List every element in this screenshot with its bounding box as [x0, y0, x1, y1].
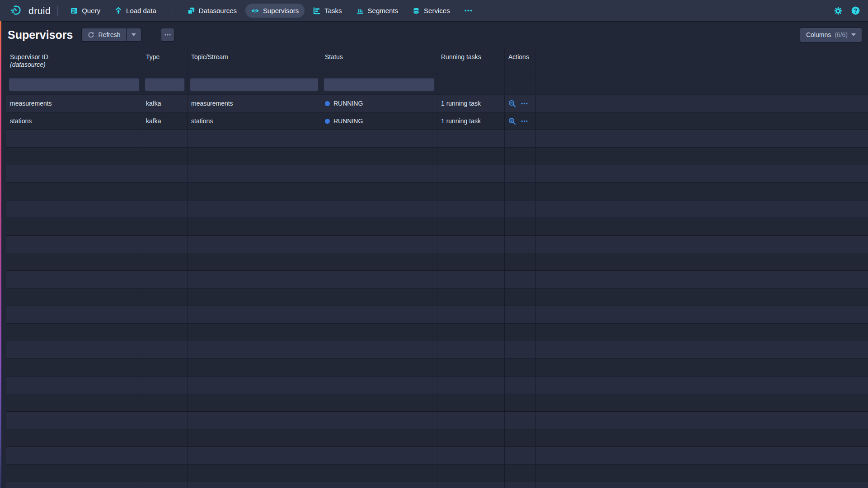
empty-cell: [321, 341, 437, 358]
cell-filler: [536, 112, 868, 130]
cell-supervisor-id: measurements: [6, 95, 142, 112]
page-title: Supervisors: [8, 28, 73, 42]
nav-item-load-data[interactable]: Load data: [109, 4, 162, 18]
empty-table-row: [6, 359, 868, 376]
empty-cell: [188, 183, 321, 200]
empty-cell: [142, 412, 188, 429]
empty-cell: [142, 359, 188, 376]
header-sublabel: (datasource): [10, 61, 138, 69]
inspect-supervisor-button[interactable]: [508, 117, 516, 125]
console-icon: [70, 7, 78, 14]
empty-cell: [536, 465, 868, 482]
empty-cell: [505, 218, 536, 235]
empty-table-row: [6, 482, 868, 488]
cell-actions: [505, 95, 536, 112]
empty-table-row: [6, 306, 868, 324]
refresh-button[interactable]: Refresh: [82, 28, 127, 41]
empty-cell: [142, 465, 188, 482]
druid-logo[interactable]: druid: [10, 5, 51, 17]
empty-cell: [536, 148, 868, 165]
empty-cell: [536, 288, 868, 306]
empty-cell: [188, 394, 321, 411]
empty-cell: [321, 218, 437, 235]
empty-cell: [6, 482, 142, 488]
header-running-tasks[interactable]: Running tasks: [437, 48, 505, 74]
eye-icon: [251, 8, 259, 14]
empty-cell: [437, 288, 505, 306]
empty-cell: [188, 218, 321, 235]
empty-cell: [536, 236, 868, 253]
empty-cell: [142, 148, 188, 165]
nav-item-tasks[interactable]: Tasks: [307, 4, 347, 18]
header-status[interactable]: Status: [321, 48, 437, 74]
refresh-label: Refresh: [99, 31, 121, 38]
row-actions-menu-button[interactable]: [521, 120, 528, 122]
header-label: Status: [325, 53, 433, 61]
empty-cell: [188, 165, 321, 182]
empty-cell: [6, 148, 142, 165]
columns-button[interactable]: Columns (6/6): [800, 28, 862, 42]
empty-cell: [188, 482, 321, 488]
empty-table-row: [6, 253, 868, 271]
empty-cell: [536, 306, 868, 323]
refresh-caret-button[interactable]: [127, 28, 141, 41]
database-icon: [413, 7, 420, 14]
nav-item-label: Supervisors: [263, 7, 299, 14]
help-button[interactable]: ?: [851, 6, 860, 15]
nav-items: Query Load data Datasources Supervisors: [65, 4, 478, 18]
empty-cell: [6, 465, 142, 482]
druid-logo-icon: [10, 5, 24, 17]
inspect-supervisor-button[interactable]: [508, 100, 516, 107]
filter-status-input[interactable]: [324, 78, 435, 91]
nav-item-segments[interactable]: Segments: [351, 4, 404, 18]
empty-cell: [437, 482, 505, 488]
empty-cell: [536, 359, 868, 376]
settings-button[interactable]: [834, 7, 842, 15]
nav-item-supervisors[interactable]: Supervisors: [245, 4, 305, 18]
nav-divider: [172, 6, 172, 16]
empty-cell: [321, 447, 437, 464]
filter-topic-stream-input[interactable]: [190, 78, 319, 91]
empty-table-row: [6, 447, 868, 465]
empty-cell: [505, 324, 536, 341]
header-topic-stream[interactable]: Topic/Stream: [188, 48, 321, 74]
empty-cell: [188, 253, 321, 270]
nav-item-services[interactable]: Services: [407, 4, 456, 18]
empty-cell: [321, 271, 437, 288]
empty-table-row: [6, 271, 868, 288]
nav-item-datasources[interactable]: Datasources: [182, 4, 243, 18]
empty-cell: [437, 218, 505, 235]
empty-cell: [437, 376, 505, 394]
filter-cell: [505, 74, 536, 94]
empty-cell: [437, 324, 505, 341]
nav-item-label: Services: [424, 7, 450, 14]
nav-item-query[interactable]: Query: [65, 4, 106, 18]
empty-cell: [437, 447, 505, 464]
more-icon: [521, 102, 528, 105]
empty-cell: [6, 130, 142, 147]
empty-cell: [188, 200, 321, 218]
row-actions-menu-button[interactable]: [521, 102, 528, 105]
empty-cell: [505, 236, 536, 253]
filter-type-input[interactable]: [145, 78, 185, 91]
empty-table-row: [6, 288, 868, 306]
empty-cell: [6, 447, 142, 464]
nav-item-more[interactable]: [459, 6, 478, 15]
empty-cell: [188, 412, 321, 429]
filter-supervisor-id-input[interactable]: [9, 78, 140, 91]
table-body: measurements kafka measurements RUNNING …: [6, 95, 868, 488]
supervisors-table: Supervisor ID (datasource) Type Topic/St…: [6, 48, 868, 488]
empty-cell: [6, 236, 142, 253]
header-type[interactable]: Type: [142, 48, 188, 74]
empty-cell: [437, 130, 505, 147]
chevron-down-icon: [851, 33, 856, 36]
cell-status: RUNNING: [321, 112, 437, 130]
empty-table-row: [6, 236, 868, 253]
page-more-button[interactable]: [161, 28, 174, 41]
status-text: RUNNING: [333, 100, 363, 107]
empty-cell: [536, 376, 868, 394]
nav-item-label: Load data: [126, 7, 156, 14]
header-actions[interactable]: Actions: [505, 48, 536, 74]
table-filter-row: [6, 74, 868, 95]
header-supervisor-id[interactable]: Supervisor ID (datasource): [6, 48, 142, 74]
